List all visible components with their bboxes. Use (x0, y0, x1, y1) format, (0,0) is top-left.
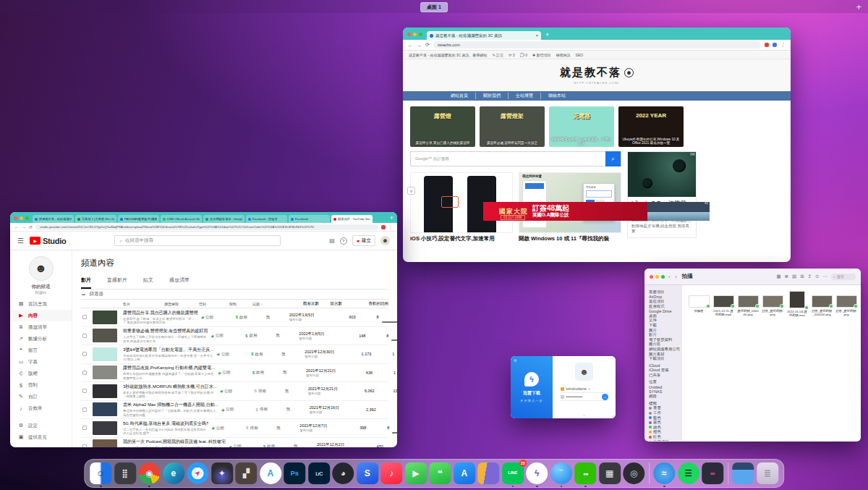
finder-file[interactable]: ✓ 2021-12-21 露營相關.mp4 (712, 295, 734, 316)
col-monetize[interactable]: 營利 (199, 302, 226, 306)
toolbar-icon[interactable]: ⊞ (800, 274, 804, 279)
close-button[interactable] (14, 216, 17, 220)
site-search-button[interactable]: ⌕ (605, 151, 621, 166)
feedback-icon[interactable]: ▤ (329, 237, 335, 244)
video-title[interactable]: 很重要物必備,營燈燈架,有些營燈真的超好用 (123, 328, 208, 334)
col-comments[interactable]: 留言數 (322, 301, 342, 306)
address-bar[interactable]: steachs.com (433, 41, 761, 48)
dock-icon-edge[interactable]: e (163, 462, 184, 484)
browser-toolbar[interactable]: ← → ⟳ steachs.com ⋮ (403, 40, 791, 51)
password-value[interactable]: ••••••••••••• (566, 394, 583, 399)
youtube-studio-window[interactable]: 就是教不落 - 給你滿滿的 可靠第 1 (大神有 Win 10 PADIWAN教… (10, 212, 397, 447)
browser-tab[interactable]: 就是教不落 - 給你滿滿豐富的 3C 資訊 × (427, 31, 541, 40)
dock-icon-thunder[interactable]: ¨ (550, 462, 572, 484)
finder-file[interactable]: ✓ 封面_露營相關.png (762, 295, 783, 316)
browser-tab[interactable]: Facebook - 開發者 (246, 215, 287, 223)
dock-icon-downloads-folder[interactable] (732, 462, 754, 484)
wp-admin-item[interactable]: ⟳ 3 (509, 53, 514, 57)
extension-icon-red[interactable] (765, 43, 769, 47)
row-checkbox[interactable] (82, 444, 87, 447)
row-checkbox[interactable] (82, 334, 87, 338)
video-row[interactable]: 5G 時代來臨,基地台更多,電磁波到底安全嗎? 這二年常有人一直在討論 5G 的… (81, 419, 388, 438)
wp-admin-item[interactable]: SEO (576, 53, 584, 57)
browser-tab[interactable]: PADIWAN教學影片(獨家) (118, 215, 159, 223)
dock-icon-launchpad[interactable]: ⣿ (114, 462, 136, 484)
dock-icon-blue-swirl-app[interactable]: ≈ (653, 462, 675, 484)
video-title[interactable]: 5G 時代來臨,基地台更多,電磁波到底安全嗎? (123, 421, 208, 427)
sidebar-menu-item[interactable]: ▭ 字幕 (10, 356, 72, 368)
video-thumbnail[interactable]: 露營燈架 露營燈必備,營燈燈架問題一次搞定 (480, 106, 545, 147)
minimize-button[interactable] (413, 33, 417, 36)
window-controls[interactable] (650, 275, 665, 279)
finder-sidebar-item[interactable]: 應用程式 (649, 304, 682, 309)
sidebar-footer-item[interactable]: ⚙ 設定 (10, 420, 72, 431)
browser-window-steachs[interactable]: 就是教不落 - 給你滿滿豐富的 3C 資訊 × + ← → ⟳ steachs.… (403, 28, 791, 262)
zoom-button[interactable] (25, 216, 29, 220)
finder-sidebar-item[interactable]: iCloud (649, 363, 682, 368)
finder-sidebar-item[interactable]: 圖片素材 (649, 352, 682, 357)
bottom-banner-ad[interactable]: 國家大院 訂簽48萬起 英國G.A團隊公設 03-217-1688 ΔX (483, 202, 710, 221)
finder-file[interactable]: ✓ 封面_露營相關.png (835, 295, 857, 316)
finder-sidebar-item[interactable]: 喜愛項目 (649, 290, 682, 295)
forward-icon[interactable]: → (22, 225, 26, 229)
site-nav-item[interactable]: 網站首頁 (443, 93, 476, 99)
close-button[interactable] (650, 275, 653, 279)
video-row[interactable]: 3秒就能放熱水,MORFUN 瞬熱飲水機,可自訂水... 很多人家裡都會用熱水瓶… (81, 382, 388, 401)
finder-sidebar-item[interactable]: 電子發票資料 (649, 337, 682, 342)
finder-sidebar-item[interactable]: 下載項目 (649, 356, 682, 361)
sidebar-menu-item[interactable]: © 版權 (10, 368, 72, 379)
dock-icon-lightroom-classic[interactable]: LrC (308, 462, 330, 484)
sidebar-menu-item[interactable]: ↗ 數據分析 (10, 333, 72, 345)
back-icon[interactable]: ← (14, 225, 19, 229)
wp-admin-item[interactable]: ✚ 新增項目 (532, 53, 551, 57)
expand-chevron-icon[interactable]: ⌄ (582, 412, 586, 417)
finder-sidebar-item[interactable]: 下載 (649, 323, 682, 328)
back-icon[interactable]: ← (408, 43, 413, 48)
dock-icon-grid-utility[interactable]: ▦ (599, 462, 621, 484)
extension-icon-blue[interactable] (773, 43, 777, 47)
video-title[interactable]: 露營用品改裝,ProKamping 行動衣櫃,內建雙電... (123, 365, 215, 371)
wp-admin-item[interactable]: 💬 0 (520, 53, 527, 57)
sidebar-menu-item[interactable]: ♪ 音效庫 (10, 402, 72, 414)
finder-search-input[interactable]: ⌕ 搜尋 (831, 274, 856, 280)
toolbar-icon[interactable]: ⋯ (823, 274, 828, 279)
finder-sidebar-item[interactable]: 文件 (649, 318, 682, 324)
browser-menu-icon[interactable]: ⋮ (780, 42, 786, 48)
browser-tab[interactable]: 頻道內容 - YouTube Studio (331, 215, 373, 223)
row-checkbox[interactable] (82, 352, 87, 356)
finder-file[interactable]: ✓ 2022-01-04-露營相關.mov (786, 295, 808, 317)
dock-icon-safari[interactable]: ➤ (187, 462, 208, 484)
col-restrictions[interactable]: 限制 (229, 302, 250, 306)
col-views[interactable]: 觀看次數 (294, 301, 319, 306)
visibility-value[interactable]: 公開 (205, 315, 213, 320)
row-checkbox[interactable] (82, 407, 87, 412)
forward-icon[interactable]: › (675, 274, 678, 280)
sidebar-menu-item[interactable]: ❝ 留言 (10, 345, 72, 356)
video-row[interactable]: 露營用品分享,我自己購入的幾款露營燈 在露營中,除了帳篷、炊具之外,最重要的就是… (81, 308, 388, 327)
new-tab-button[interactable]: + (545, 31, 549, 38)
browser-menu-icon[interactable]: ⋮ (388, 224, 393, 229)
back-icon[interactable]: ‹ (668, 274, 672, 280)
account-avatar[interactable]: ☻ (380, 236, 390, 245)
sidebar-menu-item[interactable]: ▤ 資訊主頁 (10, 298, 72, 310)
row-checkbox[interactable] (82, 426, 87, 430)
dock-icon-wechat[interactable]: ●● (574, 462, 596, 484)
browser-titlebar[interactable]: 就是教不落 - 給你滿滿豐富的 3C 資訊 × + (403, 28, 791, 40)
resize-handle[interactable]: ◢ (611, 413, 614, 418)
sidebar-menu-item[interactable]: ≣ 播放清單 (10, 321, 72, 333)
visibility-value[interactable]: 公開 (222, 370, 230, 375)
minimize-button[interactable] (655, 275, 659, 279)
dock-icon-finder[interactable]: ☺ (90, 462, 111, 484)
toolbar-icon[interactable]: ▦ (776, 274, 780, 279)
desktop-label[interactable]: 桌面 1 (420, 2, 448, 12)
video-title[interactable]: 我的第一次 Podcast,開箱我的錄音設備 feat. 科技敏宅 (123, 439, 226, 445)
col-video[interactable]: 影片 (123, 302, 161, 306)
col-likes[interactable]: 喜歡的比例 (345, 301, 388, 306)
col-date[interactable]: 日期 ↓ (252, 302, 292, 306)
row-checkbox[interactable] (82, 315, 87, 319)
finder-sidebar-item[interactable]: 桌面 (649, 313, 682, 318)
video-thumbnail[interactable]: 2022 YEAR Ukeysoft 軟體年終特賣,Windows 10 及 O… (618, 106, 684, 147)
dock-icon-music[interactable]: ♪ (380, 462, 402, 484)
content-tab[interactable]: 貼文 (143, 274, 153, 289)
studio-search-input[interactable]: ⌕ 在頻道中搜尋 (114, 235, 281, 246)
